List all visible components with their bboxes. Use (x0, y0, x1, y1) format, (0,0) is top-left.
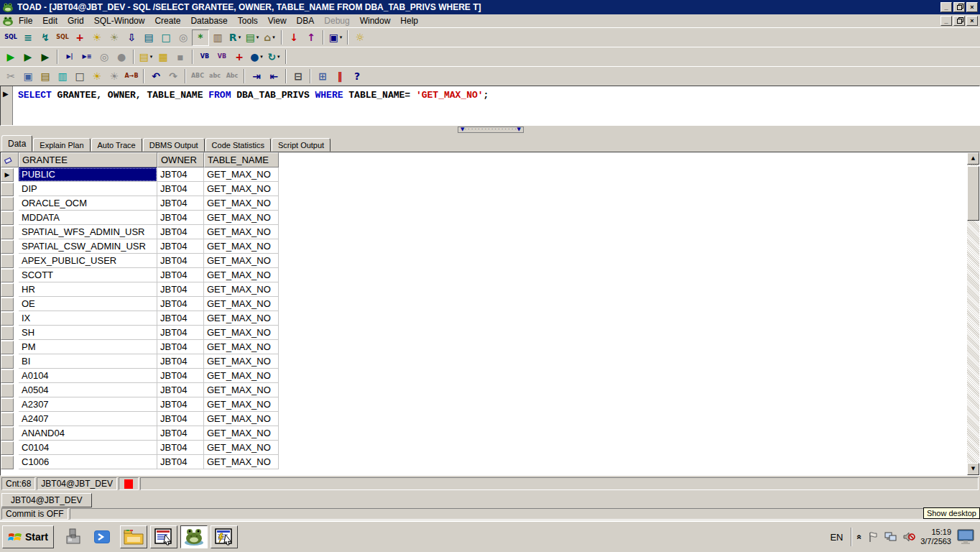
query-analyzer-taskbar-button[interactable] (211, 525, 238, 548)
rollback-button[interactable]: ↑ (302, 29, 320, 46)
grid-cell[interactable]: JBT04 (157, 297, 204, 311)
debug-bug-button[interactable]: * (192, 29, 209, 46)
row-selector-block[interactable] (1, 211, 14, 225)
splitter-handle[interactable]: ▼ ···················· ▼ (458, 126, 524, 133)
grid-cell[interactable]: GET_MAX_NO (204, 268, 279, 282)
row-selector[interactable] (1, 297, 19, 311)
scroll-down-button[interactable]: ▼ (967, 463, 979, 475)
row-selector-block[interactable] (1, 369, 14, 383)
row-selector-block[interactable] (1, 326, 14, 340)
vertical-scrollbar[interactable]: ▲ ▼ (967, 152, 979, 475)
grid-cell[interactable]: JBT04 (157, 182, 204, 196)
grid-cell[interactable]: HR (19, 282, 157, 297)
paste-button[interactable]: ▤ (37, 68, 54, 85)
row-selector[interactable] (1, 282, 19, 297)
load-file-button[interactable]: ▤▾ (137, 49, 154, 65)
grid-corner-button[interactable] (1, 152, 19, 167)
row-selector-block[interactable] (1, 355, 14, 369)
row-selector-block[interactable] (1, 283, 14, 297)
column-header-grantee[interactable]: GRANTEE (19, 152, 157, 167)
row-selector[interactable] (1, 239, 19, 254)
grid-cell[interactable]: GET_MAX_NO (204, 397, 279, 412)
show-desktop-monitor-icon[interactable] (956, 528, 975, 546)
close-button[interactable]: × (966, 2, 978, 12)
grid-cell[interactable]: JBT04 (157, 326, 204, 340)
report-button[interactable]: ▤ (140, 29, 157, 46)
grid-cell[interactable]: MDDATA (19, 211, 157, 225)
grid-cell[interactable]: GET_MAX_NO (204, 340, 279, 354)
sql-statement[interactable]: SELECT GRANTEE, OWNER, TABLE_NAME FROM D… (13, 86, 494, 125)
selected-row-indicator[interactable]: ▶ (1, 168, 14, 182)
grid-cell[interactable]: SPATIAL_WFS_ADMIN_USR (19, 225, 157, 239)
grid-cell[interactable]: JBT04 (157, 354, 204, 369)
grid-cell[interactable]: A2407 (19, 412, 157, 426)
grid-cell[interactable]: GET_MAX_NO (204, 196, 279, 211)
grid-cell[interactable]: GET_MAX_NO (204, 311, 279, 326)
schema-browser-button[interactable]: ⌂▾ (261, 29, 278, 46)
language-indicator[interactable]: EN (830, 532, 843, 543)
scrollbar-thumb[interactable] (967, 166, 979, 221)
step-execute-button[interactable]: ▶| (61, 49, 78, 65)
find-object-button[interactable]: ☀ (88, 29, 106, 46)
team-coding-button[interactable]: R▾ (226, 29, 244, 46)
row-selector[interactable] (1, 441, 19, 455)
grid-cell[interactable]: JBT04 (157, 211, 204, 225)
row-selector-block[interactable] (1, 441, 14, 455)
menu-tools[interactable]: Tools (233, 14, 263, 27)
grid-cell[interactable]: JBT04 (157, 225, 204, 239)
menu-file[interactable]: File (14, 14, 37, 27)
grid-cell[interactable]: C1006 (19, 455, 157, 469)
grid-cell[interactable]: GET_MAX_NO (204, 167, 279, 182)
sql-statement-recall-button[interactable]: SQL (2, 29, 19, 46)
grid-cell[interactable]: JBT04 (157, 167, 204, 182)
grid-cell[interactable]: GET_MAX_NO (204, 211, 279, 225)
grid-cell[interactable]: GET_MAX_NO (204, 239, 279, 254)
menu-edit[interactable]: Edit (37, 14, 63, 27)
sql-editor-app-taskbar-button[interactable] (150, 525, 177, 548)
grid-cell[interactable]: GET_MAX_NO (204, 282, 279, 297)
explain-plan-current-button[interactable]: ⊞ (314, 68, 331, 85)
describe-objects-button[interactable]: ≡ (19, 29, 37, 46)
grid-cell[interactable]: GET_MAX_NO (204, 426, 279, 441)
script-manager-button[interactable]: ▤▾ (244, 29, 261, 46)
grid-cell[interactable]: C0104 (19, 441, 157, 455)
compile-vb-up-button[interactable]: VB (196, 49, 213, 65)
row-selector[interactable] (1, 369, 19, 383)
restore-button[interactable] (953, 2, 965, 12)
start-button[interactable]: Start (2, 525, 54, 548)
row-selector[interactable] (1, 182, 19, 196)
row-selector[interactable] (1, 268, 19, 282)
row-selector-block[interactable] (1, 197, 14, 211)
row-selector[interactable] (1, 383, 19, 397)
commit-button[interactable]: ↓ (285, 29, 302, 46)
dropdown-arrow-icon[interactable]: ▾ (150, 54, 153, 60)
grid-cell[interactable]: ORACLE_OCM (19, 196, 157, 211)
tab-data[interactable]: Data (1, 135, 32, 152)
menu-dba[interactable]: DBA (292, 14, 320, 27)
grid-cell[interactable]: GET_MAX_NO (204, 369, 279, 383)
grid-cell[interactable]: JBT04 (157, 340, 204, 354)
dropdown-arrow-icon[interactable]: ▾ (256, 34, 259, 40)
grid-cell[interactable]: GET_MAX_NO (204, 297, 279, 311)
row-selector-block[interactable] (1, 427, 14, 441)
powershell-quicklaunch-button[interactable] (90, 525, 114, 549)
format-code-button[interactable]: ▥ (54, 68, 71, 85)
grid-cell[interactable]: JBT04 (157, 196, 204, 211)
grid-cell[interactable]: GET_MAX_NO (204, 182, 279, 196)
row-selector[interactable] (1, 254, 19, 268)
grid-cell[interactable]: GET_MAX_NO (204, 225, 279, 239)
compile-vb-down-button[interactable]: VB (213, 49, 231, 65)
grid-cell[interactable]: GET_MAX_NO (204, 412, 279, 426)
menu-database[interactable]: Database (185, 14, 232, 27)
menu-grid[interactable]: Grid (63, 14, 89, 27)
grid-cell[interactable]: JBT04 (157, 426, 204, 441)
row-selector-block[interactable] (1, 254, 14, 268)
grid-cell[interactable]: GET_MAX_NO (204, 455, 279, 469)
row-selector[interactable] (1, 354, 19, 369)
outdent-button[interactable]: ⇤ (265, 68, 282, 85)
system-toolbox-quicklaunch-button[interactable] (61, 525, 85, 549)
row-selector-block[interactable] (1, 183, 14, 196)
web-browser-button[interactable]: ●▾ (248, 49, 265, 65)
clock[interactable]: 15:19 3/7/2563 (920, 528, 951, 546)
toolbox-button[interactable]: ▥ (209, 29, 226, 46)
